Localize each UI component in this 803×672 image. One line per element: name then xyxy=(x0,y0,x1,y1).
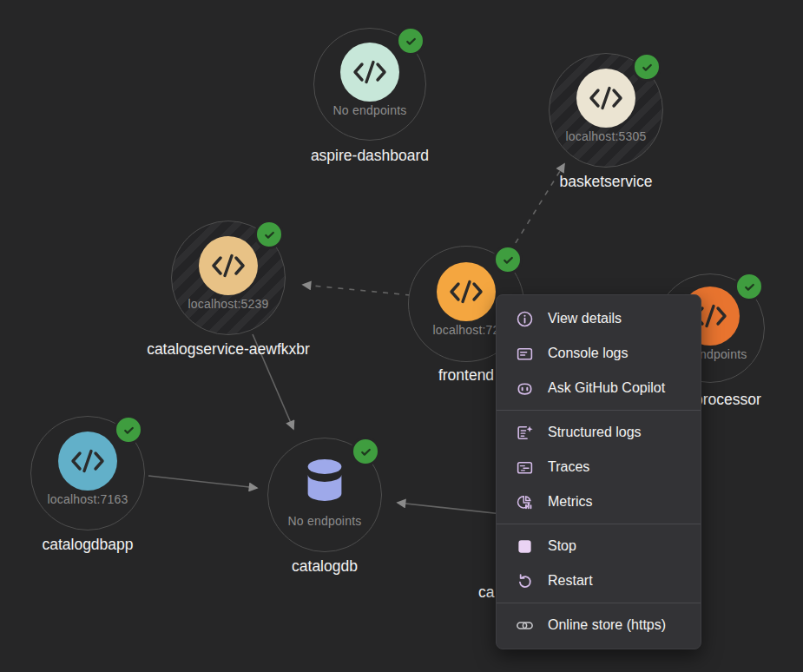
node-endpoint: No endpoints xyxy=(313,103,426,117)
traces-icon xyxy=(515,458,534,477)
code-icon xyxy=(437,262,496,321)
copilot-icon xyxy=(515,379,534,398)
code-icon xyxy=(58,432,117,491)
status-badge-running xyxy=(114,415,143,445)
node-catalogdb[interactable]: No endpointscatalogdb xyxy=(267,438,382,552)
status-badge-running xyxy=(632,52,661,82)
menu-divider xyxy=(497,603,701,603)
menu-item-metrics[interactable]: Metrics xyxy=(497,484,701,519)
code-icon xyxy=(340,43,399,102)
node-endpoint: localhost:7163 xyxy=(30,492,145,506)
node-label: aspire-dashboard xyxy=(214,147,526,165)
menu-item-console-logs[interactable]: Console logs xyxy=(497,336,701,371)
menu-item-traces[interactable]: Traces xyxy=(497,450,701,484)
structured-logs-icon xyxy=(515,423,534,442)
menu-item-structured-logs[interactable]: Structured logs xyxy=(497,415,701,450)
node-endpoint: localhost:5305 xyxy=(549,129,663,143)
node-catalogservice-aewfkxbr[interactable]: localhost:5239catalogservice-aewfkxbr xyxy=(171,221,286,335)
menu-item-label: Stop xyxy=(548,538,576,554)
resource-graph-canvas[interactable]: No endpointsaspire-dashboardlocalhost:53… xyxy=(0,0,803,672)
console-logs-icon xyxy=(515,344,534,363)
menu-item-label: View details xyxy=(548,311,622,326)
status-badge-running xyxy=(396,26,425,56)
restart-icon xyxy=(515,571,534,590)
node-basketservice[interactable]: localhost:5305basketservice xyxy=(549,53,663,168)
node-label-partial: ca xyxy=(478,583,494,602)
menu-item-view-details[interactable]: View details xyxy=(497,301,701,336)
metrics-icon xyxy=(515,492,534,511)
info-icon xyxy=(515,309,534,328)
menu-item-label: Console logs xyxy=(548,346,629,361)
menu-divider xyxy=(497,524,701,524)
code-icon xyxy=(199,236,258,295)
menu-item-ask-github-copilot[interactable]: Ask GitHub Copilot xyxy=(497,371,701,405)
node-endpoint: localhost:5239 xyxy=(171,297,286,311)
menu-item-online-store-https[interactable]: Online store (https) xyxy=(497,608,701,642)
edge-frontend-to-catalogservice-aewfkxbr xyxy=(303,285,411,295)
status-badge-running xyxy=(351,437,380,466)
menu-item-restart[interactable]: Restart xyxy=(497,563,701,598)
node-aspire-dashboard[interactable]: No endpointsaspire-dashboard xyxy=(313,28,426,141)
menu-divider xyxy=(497,410,701,411)
code-icon xyxy=(576,69,635,128)
menu-item-label: Ask GitHub Copilot xyxy=(548,380,665,396)
node-label: catalogservice-aewfkxbr xyxy=(72,340,385,359)
node-endpoint: No endpoints xyxy=(267,514,382,528)
node-label: catalogdb xyxy=(168,557,481,576)
menu-item-label: Metrics xyxy=(548,494,593,510)
menu-item-label: Structured logs xyxy=(548,425,642,440)
menu-item-label: Traces xyxy=(548,459,589,475)
status-badge-running xyxy=(493,245,523,274)
status-badge-running xyxy=(254,220,284,249)
database-icon xyxy=(297,453,352,507)
node-label: basketservice xyxy=(450,173,762,191)
stop-icon xyxy=(515,537,534,556)
status-badge-running xyxy=(734,272,764,301)
menu-item-label: Online store (https) xyxy=(548,617,666,633)
node-catalogdbapp[interactable]: localhost:7163catalogdbapp xyxy=(30,416,145,530)
context-menu: View detailsConsole logsAsk GitHub Copil… xyxy=(496,294,701,649)
node-label: catalogdbapp xyxy=(0,536,244,554)
menu-item-label: Restart xyxy=(548,573,593,589)
link-icon xyxy=(515,616,534,635)
edge-catalogdbapp-to-catalogdb xyxy=(148,476,257,488)
menu-item-stop[interactable]: Stop xyxy=(497,529,701,563)
